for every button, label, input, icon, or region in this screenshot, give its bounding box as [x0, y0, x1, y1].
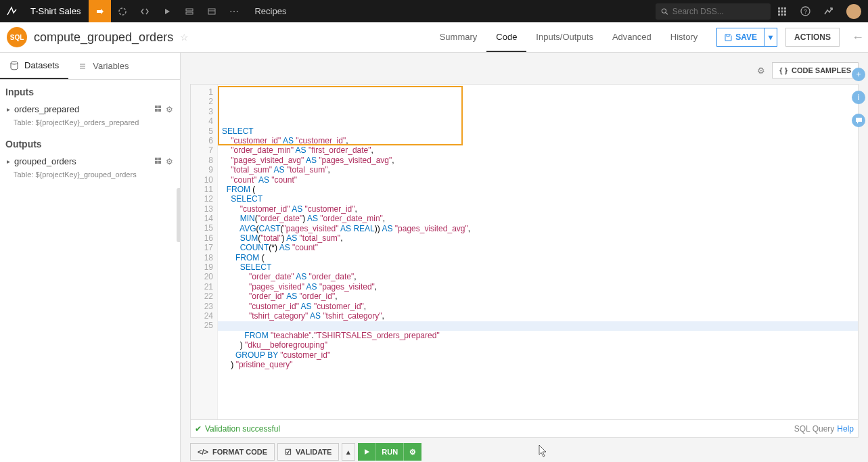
recipe-title: compute_grouped_orders — [34, 30, 173, 45]
tab-advanced[interactable]: Advanced — [603, 22, 661, 52]
tab-datasets[interactable]: Datasets — [0, 53, 68, 79]
inputs-heading: Inputs — [0, 80, 180, 100]
svg-rect-15 — [784, 14, 786, 16]
check-icon: ☑ — [285, 448, 292, 457]
tab-code[interactable]: Code — [486, 22, 526, 52]
svg-rect-28 — [155, 161, 158, 164]
floating-actions: + i — [852, 68, 865, 127]
status-bar: ✔ Validation successful SQL Query Help — [190, 420, 859, 438]
left-panel: Datasets Variables Inputs ▸ orders_prepa… — [0, 53, 181, 462]
code-area: ⚙ { } CODE SAMPLES 123456789101112131415… — [181, 53, 868, 462]
run-button[interactable]: RUN ⚙ — [358, 443, 421, 461]
tab-variables[interactable]: Variables — [68, 53, 138, 79]
format-code-button[interactable]: </> FORMAT CODE — [190, 443, 275, 461]
activity-icon[interactable] — [817, 0, 840, 22]
app-logo-icon[interactable] — [0, 0, 22, 22]
back-icon[interactable]: ← — [848, 30, 868, 45]
grid-icon[interactable] — [154, 157, 162, 166]
svg-rect-7 — [778, 7, 780, 9]
play-nav-icon[interactable] — [156, 0, 178, 22]
star-icon[interactable]: ☆ — [180, 32, 189, 43]
svg-rect-27 — [158, 158, 161, 160]
validate-caret[interactable]: ▴ — [342, 443, 355, 461]
output-table-label: Table: ${projectKey}_grouped_orders — [0, 170, 180, 184]
actions-button[interactable]: ACTIONS — [785, 28, 840, 47]
save-icon — [724, 33, 732, 41]
save-button[interactable]: SAVE ▾ — [716, 28, 777, 47]
bottom-bar: </> FORMAT CODE ☑ VALIDATE ▴ RUN ⚙ — [190, 438, 859, 462]
output-dataset-row[interactable]: ▸ grouped_orders ⚙ — [0, 152, 180, 170]
code-body[interactable]: SELECT "customer_id" AS "customer_id", "… — [218, 85, 858, 419]
apps-icon[interactable] — [771, 0, 794, 22]
svg-point-18 — [11, 62, 18, 64]
flow-icon[interactable] — [89, 0, 111, 22]
input-table-label: Table: ${projectKey}_orders_prepared — [0, 118, 180, 132]
run-gear-icon[interactable]: ⚙ — [404, 443, 421, 461]
more-icon[interactable]: ⋯ — [223, 0, 245, 22]
tab-history[interactable]: History — [661, 22, 707, 52]
breadcrumb[interactable]: Recipes — [245, 6, 296, 16]
svg-rect-25 — [158, 109, 161, 112]
svg-rect-10 — [778, 10, 780, 12]
svg-rect-9 — [784, 7, 786, 9]
svg-rect-1 — [186, 9, 193, 11]
svg-rect-26 — [155, 158, 158, 160]
caret-icon: ▸ — [7, 158, 10, 165]
svg-rect-11 — [781, 10, 783, 12]
database-icon — [9, 61, 19, 70]
svg-rect-29 — [158, 161, 161, 164]
lang-label: SQL Query — [794, 424, 835, 434]
line-gutter: 1234567891011121314151617181920212223242… — [191, 85, 218, 419]
svg-point-0 — [119, 8, 126, 15]
validate-button[interactable]: ☑ VALIDATE — [277, 443, 339, 461]
code-editor[interactable]: 1234567891011121314151617181920212223242… — [190, 84, 859, 420]
help-link[interactable]: Help — [837, 424, 854, 434]
svg-rect-23 — [158, 106, 161, 108]
gear-icon[interactable]: ⚙ — [166, 157, 173, 166]
outputs-heading: Outputs — [0, 132, 180, 152]
svg-line-6 — [666, 12, 668, 14]
code-nav-icon[interactable] — [133, 0, 156, 22]
tab-summary[interactable]: Summary — [430, 22, 487, 52]
help-icon[interactable]: ? — [794, 0, 817, 22]
code-samples-button[interactable]: { } CODE SAMPLES — [772, 62, 859, 78]
circle-icon[interactable] — [111, 0, 133, 22]
tab-io[interactable]: Inputs/Outputs — [526, 22, 603, 52]
sql-badge-icon: SQL — [7, 27, 27, 47]
svg-text:?: ? — [803, 8, 806, 15]
svg-point-5 — [662, 8, 666, 12]
panel-icon[interactable] — [200, 0, 223, 22]
project-name[interactable]: T-Shirt Sales — [22, 6, 89, 16]
code-icon: </> — [198, 448, 208, 456]
topbar: T-Shirt Sales ⋯ Recipes ? — [0, 0, 868, 22]
list-icon — [78, 62, 87, 71]
search-icon — [661, 7, 668, 16]
caret-icon: ▸ — [7, 106, 10, 113]
svg-rect-2 — [186, 12, 193, 14]
global-search[interactable] — [656, 3, 771, 20]
avatar[interactable] — [846, 4, 861, 19]
input-dataset-row[interactable]: ▸ orders_prepared ⚙ — [0, 100, 180, 118]
svg-rect-14 — [781, 14, 783, 16]
svg-rect-3 — [208, 9, 215, 14]
gear-icon[interactable]: ⚙ — [166, 105, 173, 114]
play-icon — [358, 443, 376, 461]
svg-rect-12 — [784, 10, 786, 12]
validation-status: ✔ Validation successful — [195, 424, 280, 434]
search-input[interactable] — [672, 7, 765, 16]
layers-icon[interactable] — [178, 0, 200, 22]
svg-rect-13 — [778, 14, 780, 16]
editor-settings-icon[interactable]: ⚙ — [757, 66, 765, 76]
info-icon[interactable]: i — [852, 91, 865, 104]
braces-icon: { } — [779, 66, 787, 74]
check-icon: ✔ — [195, 424, 202, 434]
add-icon[interactable]: + — [852, 68, 865, 81]
svg-rect-8 — [781, 7, 783, 9]
chat-icon[interactable] — [852, 114, 865, 127]
save-caret-icon[interactable]: ▾ — [764, 28, 777, 46]
title-tabs: Summary Code Inputs/Outputs Advanced His… — [430, 22, 868, 52]
grid-icon[interactable] — [154, 105, 162, 114]
svg-rect-24 — [155, 109, 158, 112]
svg-rect-22 — [155, 106, 158, 108]
titlebar: SQL compute_grouped_orders ☆ Summary Cod… — [0, 22, 868, 53]
